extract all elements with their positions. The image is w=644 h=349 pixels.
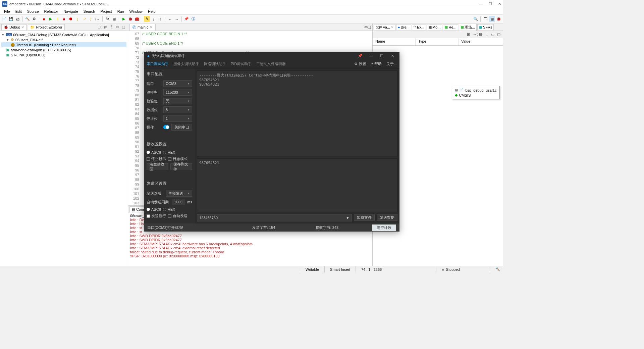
menu-help[interactable]: Help [145, 9, 158, 13]
prev-annotation-icon[interactable]: ↑ [157, 16, 163, 22]
vars-menu-icon[interactable]: ⋮ [485, 32, 490, 37]
minimize-icon[interactable]: — [367, 54, 375, 58]
search-toolbar-icon[interactable]: 🔍 [473, 16, 479, 22]
recv-ascii-radio[interactable]: ASCII [147, 150, 161, 154]
clear-recv-button[interactable]: 清空接收区 [147, 163, 168, 170]
about-button[interactable]: 关于... [386, 61, 397, 66]
tab-camera[interactable]: 摄像头调试助手 [173, 61, 199, 66]
col-type[interactable]: Type [416, 38, 459, 45]
parity-select[interactable]: 无▼ [163, 98, 192, 104]
run-icon[interactable]: ▶ [121, 16, 127, 22]
minimize-icon[interactable]: — [479, 2, 483, 6]
status-build-icon[interactable]: 🔨 [490, 266, 503, 272]
step-return-icon[interactable]: ⤴ [88, 16, 94, 22]
stop-display-check[interactable]: 停止显示 [147, 156, 166, 161]
maximize-view-icon[interactable]: ▢ [122, 25, 126, 30]
send-opt-select[interactable]: 单项发送▼ [166, 190, 192, 197]
debug-icon[interactable]: 🐞 [127, 16, 133, 22]
perspective-open-icon[interactable]: ☰ [482, 16, 488, 22]
chevron-down-icon[interactable]: ▼ [346, 216, 350, 220]
view-menu-icon[interactable]: ⋮ [110, 25, 114, 30]
next-annotation-icon[interactable]: ↓ [151, 16, 157, 22]
tab-registers[interactable]: ▦Re... [443, 24, 458, 30]
menu-navigate[interactable]: Navigate [61, 9, 80, 13]
tree-gdb[interactable]: ▣ arm-none-eabi-gdb (8.1.0.20180315) [1, 47, 126, 52]
port-select[interactable]: COM3▼ [163, 80, 192, 87]
send-ascii-radio[interactable]: ASCII [147, 207, 161, 211]
close-icon[interactable]: ✕ [498, 2, 501, 6]
resume-icon[interactable]: ▶ [48, 16, 54, 22]
clear-count-button[interactable]: 清空计数 [372, 225, 396, 231]
menu-edit[interactable]: Edit [13, 9, 24, 13]
send-hex-radio[interactable]: HEX [163, 207, 175, 211]
close-icon[interactable]: ✕ [388, 54, 397, 58]
link-editor-icon[interactable]: ⇄ [104, 25, 108, 30]
save-file-button[interactable]: 保存到文件 [170, 163, 192, 170]
tab-network[interactable]: 网络调试助手 [204, 61, 226, 66]
pin-icon[interactable]: 📌 [356, 54, 365, 58]
new-icon[interactable]: 📄 [1, 16, 7, 22]
tree-thread[interactable]: ⬤ Thread #1 (Running : User Request) [1, 42, 126, 47]
suspend-icon[interactable]: ⏸ [54, 16, 60, 22]
info-icon[interactable]: ⓘ [190, 16, 196, 22]
auto-period-input[interactable] [172, 199, 185, 205]
vars-min-icon[interactable]: ▭ [491, 32, 496, 37]
tab-serial[interactable]: 串口调试助手 [147, 61, 169, 66]
build-icon[interactable]: 🔨 [24, 16, 31, 22]
disconnect-icon[interactable]: ⬣ [68, 16, 74, 22]
collapse-all-icon[interactable]: ⊟ [98, 25, 102, 30]
menu-run[interactable]: Run [115, 9, 127, 13]
settings-button[interactable]: ⚙设置 [354, 61, 366, 66]
menu-file[interactable]: File [1, 9, 13, 13]
vars-cast-icon[interactable]: →t [473, 32, 478, 37]
terminate-icon[interactable]: ■ [41, 16, 47, 22]
save-all-icon[interactable]: 🗂 [15, 16, 21, 22]
editor-min-icon[interactable]: ▭ [364, 25, 368, 29]
close-port-button[interactable]: 关闭串口 [171, 124, 192, 131]
minimize-view-icon[interactable]: ▭ [116, 25, 120, 30]
log-mode-check[interactable]: 日志模式 [168, 156, 187, 161]
popup-row-file[interactable]: ⊞ 📄 bsp_debug_usart.c [455, 88, 497, 93]
tree-launch[interactable]: ▾ IDE 06usart_CM4 Debug [STM32 Cortex-M … [1, 32, 126, 37]
perspective-cpp-icon[interactable]: ▦ [489, 16, 495, 22]
tree-stlink[interactable]: ▣ ST-LINK (OpenOCD) [1, 52, 126, 57]
baud-select[interactable]: 115200▼ [163, 89, 192, 96]
back-icon[interactable]: ← [167, 16, 173, 22]
close-tab-icon[interactable]: ✕ [150, 25, 153, 30]
tab-modules[interactable]: ▦Mo... [427, 24, 442, 30]
instr-step-icon[interactable]: i→ [95, 16, 101, 22]
send-data-button[interactable]: 发送数据 [377, 214, 397, 221]
maximize-icon[interactable]: ☐ [377, 54, 386, 58]
col-name[interactable]: Name [373, 38, 416, 45]
send-preview[interactable]: 987654321 [197, 158, 397, 212]
menu-project[interactable]: Project [98, 9, 114, 13]
menu-refactor[interactable]: Refactor [42, 9, 61, 13]
databits-select[interactable]: 8▼ [163, 106, 192, 113]
port-toggle[interactable] [163, 125, 169, 129]
tree-elf[interactable]: ▾ ⚙ 06usart_CM4.elf [1, 37, 126, 42]
load-file-button[interactable]: 加载文件 [354, 214, 375, 221]
vars-max-icon[interactable]: ▢ [497, 32, 502, 37]
highlight-icon[interactable]: ✎ [144, 16, 150, 22]
send-input[interactable]: 123456789▼ [197, 214, 352, 221]
close-tab-icon[interactable]: ✕ [21, 25, 24, 30]
reset-icon[interactable]: ↻ [104, 16, 110, 22]
tab-live[interactable]: ▦现场... [459, 24, 477, 31]
menu-source[interactable]: Source [24, 9, 42, 13]
stop-icon[interactable]: ■ [61, 16, 67, 22]
forward-icon[interactable]: → [174, 16, 180, 22]
pin-icon[interactable]: 📌 [183, 16, 190, 22]
tab-variables[interactable]: (x)=Va...✕ [374, 24, 395, 30]
popup-row-cmsis[interactable]: ◆ CMSIS [455, 93, 497, 98]
help-button[interactable]: ?帮助 [371, 61, 382, 66]
auto-send-check[interactable]: 自动发送 [168, 213, 187, 218]
editor-tab-main[interactable]: ⓒ main.c ✕ [129, 24, 156, 31]
recv-hex-radio[interactable]: HEX [163, 150, 175, 154]
stopbits-select[interactable]: 1▼ [163, 115, 192, 122]
ext-tools-icon[interactable]: 🧰 [134, 16, 140, 22]
perspective-debug-icon[interactable]: 🐞 [496, 16, 502, 22]
chip-icon[interactable]: ▦ [111, 16, 117, 22]
vars-tree-icon[interactable]: ⊞ [467, 32, 472, 37]
menu-search[interactable]: Search [81, 9, 98, 13]
receive-area[interactable]: --------野火stm32mp157 Cortex-M4内核串口实验----… [197, 70, 397, 156]
